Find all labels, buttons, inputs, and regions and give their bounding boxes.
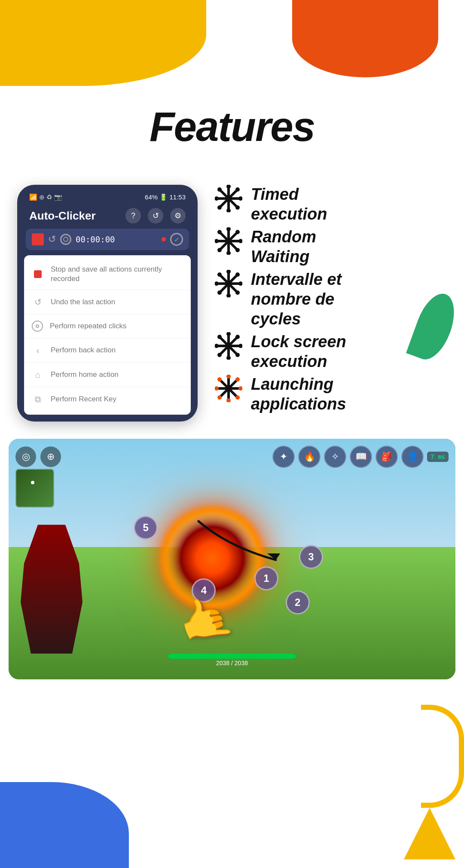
blob-bottom-blue xyxy=(0,782,129,868)
status-left: 📶 ⊕ ♻ 📷 xyxy=(29,193,62,201)
svg-point-33 xyxy=(235,290,240,295)
svg-point-59 xyxy=(217,395,222,400)
feature-timed: Timedexecution xyxy=(215,185,447,224)
skill-btn-6[interactable]: 👤 xyxy=(401,446,424,468)
svg-point-40 xyxy=(226,332,231,336)
record-dot xyxy=(162,237,166,241)
game-screenshot: ◎ ⊕ ✦ 🔥 ✧ 📖 🎒 👤 7 ms xyxy=(9,439,455,679)
page-title: Features xyxy=(0,0,464,176)
ping-display: 7 ms xyxy=(427,452,449,462)
svg-point-19 xyxy=(238,239,242,243)
svg-point-11 xyxy=(217,205,222,210)
menu-item-home[interactable]: ⌂ Perform home action xyxy=(24,363,191,387)
svg-point-10 xyxy=(235,187,240,192)
menu-item-recent[interactable]: ⧉ Perform Recent Key xyxy=(24,387,191,411)
feature-timed-text: Timedexecution xyxy=(251,185,327,224)
svg-point-46 xyxy=(235,335,240,339)
click-point-3[interactable]: 3 xyxy=(299,545,323,569)
skill-btn-5[interactable]: 🎒 xyxy=(375,446,398,468)
help-button[interactable]: ? xyxy=(125,208,141,223)
svg-point-8 xyxy=(217,187,222,192)
game-right-controls: ✦ 🔥 ✧ 📖 🎒 👤 7 ms xyxy=(272,446,449,468)
health-bar-fill xyxy=(168,654,296,659)
svg-point-47 xyxy=(217,353,222,357)
back-menu-icon: ‹ xyxy=(32,344,44,356)
svg-point-29 xyxy=(226,293,231,297)
menu-item-undo[interactable]: ↺ Undo the last action xyxy=(24,290,191,315)
app-title: Auto-Clicker xyxy=(29,209,96,223)
stop-menu-icon xyxy=(32,268,44,280)
feature-lock-text: Lock screenexecution xyxy=(251,332,346,371)
svg-point-9 xyxy=(235,205,240,210)
mini-map xyxy=(15,469,54,507)
phone-icon-row: ? ↺ ⚙ xyxy=(125,208,186,223)
blob-bottom-squiggle xyxy=(421,705,464,808)
menu-item-stop-text: Stop and save all actions currently reco… xyxy=(51,265,183,284)
launch-icon xyxy=(215,375,242,402)
menu-item-undo-text: Undo the last action xyxy=(51,297,115,307)
svg-point-31 xyxy=(238,281,242,286)
settings-button[interactable]: ⚙ xyxy=(170,208,186,223)
feature-lock: Lock screenexecution xyxy=(215,332,447,371)
interval-icon xyxy=(215,270,242,297)
svg-point-42 xyxy=(215,344,219,348)
skill-btn-3[interactable]: ✧ xyxy=(324,446,346,468)
svg-point-7 xyxy=(238,196,242,201)
feature-random-text: RandomWaiting xyxy=(251,227,316,266)
health-bar: 2038 / 2038 xyxy=(168,654,296,666)
history-button[interactable]: ↺ xyxy=(148,208,163,223)
feature-interval-text: Intervalle etnombre decycles xyxy=(251,270,342,329)
skill-btn-4[interactable]: 📖 xyxy=(350,446,372,468)
game-btn-1[interactable]: ◎ xyxy=(15,446,36,467)
svg-point-32 xyxy=(217,272,222,277)
player-dot xyxy=(31,481,34,484)
phone-mockup: 📶 ⊕ ♻ 📷 64% 🔋 11:53 Auto-Clicker ? ↺ ⚙ ↺… xyxy=(17,185,198,422)
health-text: 2038 / 2038 xyxy=(168,660,296,666)
main-section: 📶 ⊕ ♻ 📷 64% 🔋 11:53 Auto-Clicker ? ↺ ⚙ ↺… xyxy=(0,176,464,422)
svg-point-57 xyxy=(235,395,240,400)
svg-point-44 xyxy=(217,335,222,339)
svg-point-21 xyxy=(235,248,240,252)
skill-btn-1[interactable]: ✦ xyxy=(272,446,295,468)
confirm-button[interactable]: ✓ xyxy=(170,233,183,246)
phone-toolbar: ↺ 00:00:00 ✓ xyxy=(26,229,189,250)
menu-item-stop[interactable]: Stop and save all actions currently reco… xyxy=(24,259,191,290)
feature-interval: Intervalle etnombre decycles xyxy=(215,270,447,329)
stop-button[interactable] xyxy=(32,233,44,245)
svg-point-6 xyxy=(215,196,219,201)
svg-point-23 xyxy=(217,248,222,252)
phone-content: Stop and save all actions currently reco… xyxy=(24,255,191,415)
health-bar-background xyxy=(168,654,296,659)
svg-point-4 xyxy=(226,185,231,189)
menu-item-clicks[interactable]: Perform repeated clicks xyxy=(24,315,191,338)
svg-point-54 xyxy=(215,386,219,391)
svg-point-17 xyxy=(226,251,231,255)
game-btn-2[interactable]: ⊕ xyxy=(40,446,61,467)
menu-item-recent-text: Perform Recent Key xyxy=(51,394,116,404)
game-background: ◎ ⊕ ✦ 🔥 ✧ 📖 🎒 👤 7 ms xyxy=(9,439,455,679)
click-menu-icon xyxy=(32,321,43,332)
menu-item-home-text: Perform home action xyxy=(51,370,119,379)
blob-bottom-yellow-right xyxy=(404,808,455,859)
menu-item-back[interactable]: ‹ Perform back action xyxy=(24,338,191,363)
svg-point-28 xyxy=(226,270,231,274)
undo-menu-icon: ↺ xyxy=(32,296,44,308)
undo-button[interactable]: ↺ xyxy=(48,234,56,245)
click-point-2[interactable]: 2 xyxy=(286,590,310,614)
phone-status-bar: 📶 ⊕ ♻ 📷 64% 🔋 11:53 xyxy=(24,192,191,205)
svg-point-45 xyxy=(235,353,240,357)
lock-icon xyxy=(215,332,242,360)
skill-btn-2[interactable]: 🔥 xyxy=(298,446,321,468)
feature-launch-text: Launchingapplications xyxy=(251,375,346,414)
arrow-indicator xyxy=(143,487,289,590)
svg-point-52 xyxy=(226,375,231,379)
mini-map-inner xyxy=(16,470,53,507)
svg-point-22 xyxy=(235,230,240,234)
svg-point-55 xyxy=(238,386,242,391)
menu-item-back-text: Perform back action xyxy=(51,345,116,355)
svg-point-5 xyxy=(226,208,231,212)
home-menu-icon: ⌂ xyxy=(32,369,44,381)
menu-item-clicks-text: Perform repeated clicks xyxy=(50,321,127,331)
phone-top-bar: Auto-Clicker ? ↺ ⚙ xyxy=(24,205,191,229)
svg-point-53 xyxy=(226,398,231,402)
